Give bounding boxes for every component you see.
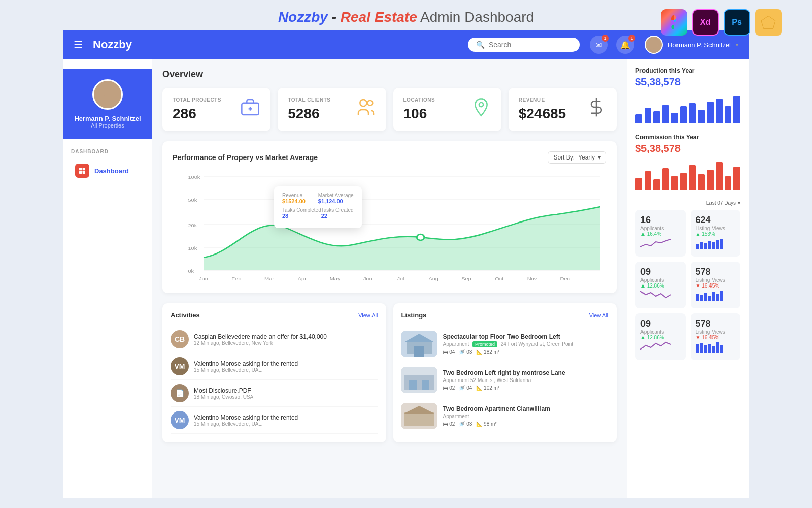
- sparkline-listingviews-2: [696, 289, 726, 301]
- svg-point-13: [360, 100, 366, 106]
- search-box[interactable]: 🔍: [468, 38, 580, 52]
- hamburger-button[interactable]: ☰: [74, 39, 83, 51]
- svg-text:Feb: Feb: [231, 276, 241, 281]
- listing-area-1: 📐 182 m²: [476, 349, 499, 355]
- tooltip-completed-value: 28: [282, 213, 321, 219]
- activity-item-3: 📄 Most Disclosure.PDF 18 Min ago, Owosso…: [171, 380, 378, 407]
- activity-time-2: 15 Min ago, Bellevedere, UAE: [194, 367, 298, 373]
- listing-baths-2: 🚿 04: [459, 385, 472, 391]
- dashboard-label: Dashboard: [94, 167, 129, 175]
- listings-title: Listings: [401, 311, 427, 319]
- stat-value-clients: 5286: [288, 106, 330, 122]
- sidebar-item-dashboard[interactable]: Dashboard: [67, 158, 148, 183]
- period-caret: ▾: [738, 200, 740, 206]
- activity-time-4: 15 Min ago, Bellevedere, UAE: [194, 421, 298, 427]
- listing-img-1: [401, 331, 437, 357]
- svg-rect-6: [79, 168, 82, 170]
- listings-header: Listings View All: [401, 311, 609, 319]
- listing-baths-1: 🚿 03: [459, 349, 472, 355]
- svg-rect-53: [704, 243, 707, 249]
- svg-text:Jun: Jun: [363, 276, 373, 281]
- sparkline-listingviews-1: [696, 237, 726, 249]
- commission-title: Commission this Year: [635, 134, 740, 141]
- period-dropdown[interactable]: Last 07 Days ▾: [706, 200, 740, 206]
- svg-point-27: [417, 234, 424, 240]
- svg-rect-57: [720, 239, 723, 249]
- production-bar-chart: [635, 93, 740, 123]
- mini-stats-2: 09 Applicants ▲ 12.86% 578 Listing Views…: [635, 262, 740, 308]
- listing-views-num-1: 624: [696, 215, 736, 226]
- sidebar-profile: Hermann P. Schnitzel All Properties: [63, 69, 152, 139]
- production-bar: [680, 106, 687, 123]
- svg-rect-60: [704, 293, 707, 301]
- sketch-icon: [755, 9, 782, 36]
- navbar-username: Hormann P. Schnitzel: [668, 41, 731, 49]
- search-input[interactable]: [489, 41, 571, 49]
- svg-rect-43: [414, 346, 424, 357]
- listings-card: Listings View All Spectacular top Floor …: [393, 303, 617, 442]
- user-menu[interactable]: Hormann P. Schnitzel ▾: [645, 36, 738, 54]
- svg-point-5: [98, 102, 120, 110]
- svg-point-3: [648, 48, 661, 54]
- message-badge: 1: [602, 35, 609, 42]
- navbar-brand: Nozzby: [93, 38, 468, 51]
- applicants-box-1: 16 Applicants ▲ 16.4%: [635, 210, 686, 257]
- svg-point-4: [103, 86, 115, 98]
- revenue-icon: [586, 97, 606, 122]
- activity-text-2: Valentino Morose asking for the rented: [194, 360, 298, 367]
- sidebar-user-subtitle: All Properties: [71, 122, 144, 129]
- activity-item-4: VM Valentino Morose asking for the rente…: [171, 407, 378, 434]
- activities-view-all[interactable]: View All: [358, 312, 378, 319]
- svg-rect-68: [708, 344, 711, 353]
- sort-label: Sort By:: [553, 154, 575, 161]
- stat-card-projects: TOTAL PROJECTS 286: [162, 88, 270, 131]
- production-bar: [653, 111, 660, 123]
- brand-product: Real Estate: [341, 9, 417, 25]
- listing-views-label-3: Listing Views: [696, 329, 736, 335]
- svg-rect-8: [79, 171, 82, 174]
- listing-type-3: Appartment: [443, 414, 469, 419]
- tooltip-market-label: Market Average: [318, 193, 354, 198]
- listing-views-box-1: 624 Listing Views ▲ 153%: [691, 210, 741, 257]
- chart-tooltip: Revenue $1524.00 Market Average $1,124.0…: [274, 186, 362, 228]
- period-label: Last 07 Days: [706, 200, 736, 206]
- svg-rect-62: [712, 292, 715, 301]
- svg-text:May: May: [330, 276, 341, 281]
- listing-beds-2: 🛏 02: [443, 385, 455, 391]
- applicants-num-3: 09: [640, 319, 681, 329]
- notifications-button[interactable]: 🔔 1: [616, 36, 634, 54]
- activity-text-4: Valentino Morose asking for the rented: [194, 414, 298, 421]
- brand-subtitle: Admin Dashboard: [417, 9, 534, 25]
- listing-item-1: Spectacular top Floor Two Bedroom Left A…: [401, 326, 609, 362]
- overview-title: Overview: [162, 69, 617, 80]
- stats-row: TOTAL PROJECTS 286 TOTAL CLIENTS 5286: [162, 88, 617, 131]
- sidebar-username: Hermann P. Schnitzel: [71, 115, 144, 122]
- tooltip-completed-label: Tasks Completed: [282, 207, 321, 213]
- production-bar: [662, 105, 669, 123]
- production-bar: [645, 108, 652, 123]
- svg-text:20k: 20k: [188, 223, 198, 228]
- svg-text:Jan: Jan: [199, 276, 208, 281]
- listing-beds-3: 🛏 02: [443, 421, 455, 427]
- chart-container: Revenue $1524.00 Market Average $1,124.0…: [173, 171, 606, 283]
- production-bar: [698, 110, 705, 124]
- commission-bar: [680, 173, 687, 190]
- commission-section: Commission this Year $5,38,578: [635, 134, 740, 190]
- navbar-icons: ✉ 1 🔔 1: [590, 36, 634, 54]
- stat-value-revenue: $24685: [519, 106, 566, 122]
- stat-value-locations: 106: [403, 106, 435, 122]
- sort-dropdown[interactable]: Sort By: Yearly ▾: [548, 151, 606, 164]
- svg-point-2: [651, 40, 658, 47]
- listings-view-all[interactable]: View All: [589, 312, 608, 319]
- listing-meta-2: 🛏 02 🚿 04 📐 102 m²: [443, 385, 609, 391]
- sort-value: Yearly: [578, 154, 595, 161]
- main-content: Overview TOTAL PROJECTS 286 TOTAL CLIENT…: [152, 59, 627, 498]
- svg-text:50k: 50k: [188, 198, 198, 203]
- messages-button[interactable]: ✉ 1: [590, 36, 608, 54]
- stat-label-clients: TOTAL CLIENTS: [288, 97, 330, 103]
- listing-title-2: Two Bedroom Left right by montrose Lane: [443, 369, 609, 376]
- production-bar: [635, 114, 642, 123]
- sidebar-avatar: [92, 79, 123, 110]
- sparkline-listingviews-3: [696, 340, 726, 353]
- svg-rect-55: [712, 242, 715, 249]
